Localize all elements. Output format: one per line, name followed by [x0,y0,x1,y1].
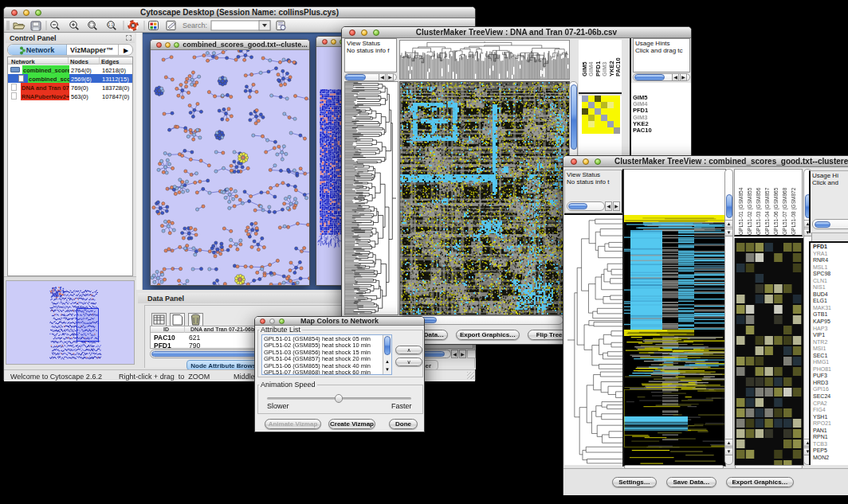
svg-text:1:1: 1:1 [108,23,114,27]
svg-text:Search:: Search: [183,21,207,29]
